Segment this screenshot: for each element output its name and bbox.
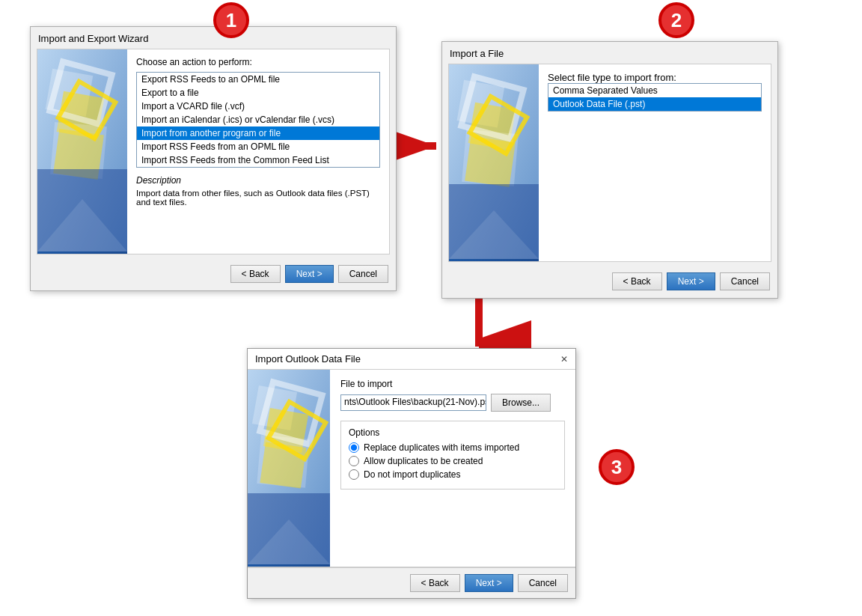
dialog1-description-label: Description (136, 175, 380, 186)
action-item-4[interactable]: Import from another program or file (137, 126, 379, 140)
radio-replace-label: Replace duplicates with items imported (364, 442, 519, 453)
dialog2-back-button[interactable]: < Back (612, 272, 662, 290)
dialog1-next-button[interactable]: Next > (285, 265, 334, 283)
dialog3-titlebar: Import Outlook Data File ✕ (248, 349, 575, 370)
dialog3-title: Import Outlook Data File (255, 353, 361, 365)
radio-replace[interactable] (349, 442, 359, 453)
close-icon[interactable]: ✕ (560, 354, 568, 365)
svg-rect-19 (252, 385, 297, 430)
dialog2-logo (449, 64, 539, 261)
dialog2-footer: < Back Next > Cancel (442, 268, 777, 298)
dialog3-footer: < Back Next > Cancel (248, 567, 575, 598)
dialog1-cancel-button[interactable]: Cancel (338, 265, 388, 283)
filetype-item-1[interactable]: Outlook Data File (.pst) (548, 97, 761, 111)
dialog1-content: Choose an action to perform: Export RSS … (127, 49, 389, 254)
dialog-import-outlook-data: Import Outlook Data File ✕ (247, 348, 576, 599)
dialog3-option-0[interactable]: Replace duplicates with items imported (349, 442, 557, 453)
dialog1-description: Description Import data from other files… (136, 175, 380, 207)
dialog1-footer: < Back Next > Cancel (31, 260, 396, 290)
dialog3-option-1[interactable]: Allow duplicates to be created (349, 456, 557, 466)
dialog1-description-text: Import data from other files, such as Ou… (136, 189, 380, 207)
action-item-5[interactable]: Import RSS Feeds from an OPML file (137, 140, 379, 153)
action-item-3[interactable]: Import an iCalendar (.ics) or vCalendar … (137, 113, 379, 126)
dialog3-browse-button[interactable]: Browse... (491, 394, 551, 412)
dialog3-next-button[interactable]: Next > (465, 574, 513, 592)
dialog3-logo (248, 370, 330, 567)
dialog2-content: Select file type to import from: Comma S… (539, 64, 771, 261)
dialog1-title: Import and Export Wizard (31, 27, 396, 49)
dialog1-choose-label: Choose an action to perform: (136, 57, 380, 67)
dialog2-select-label: Select file type to import from: (548, 72, 762, 83)
action-item-0[interactable]: Export RSS Feeds to an OPML file (137, 73, 379, 86)
radio-donot-label: Do not import duplicates (364, 469, 460, 480)
dialog3-cancel-button[interactable]: Cancel (518, 574, 568, 592)
radio-allow-label: Allow duplicates to be created (364, 456, 483, 466)
dialog2-cancel-button[interactable]: Cancel (720, 272, 770, 290)
dialog3-content: File to import nts\Outlook Files\backup(… (330, 370, 575, 567)
action-item-6[interactable]: Import RSS Feeds from the Common Feed Li… (137, 153, 379, 167)
step2-circle: 2 (658, 2, 694, 38)
dialog-import-file: Import a File Select file ty (441, 41, 778, 299)
dialog3-file-row: nts\Outlook Files\backup(21-Nov).pst Bro… (340, 394, 565, 412)
svg-rect-5 (46, 69, 94, 117)
outlook-icon-1 (37, 49, 127, 251)
dialog2-body: Select file type to import from: Comma S… (448, 64, 771, 262)
dialog3-options-group: Options Replace duplicates with items im… (340, 421, 565, 490)
outlook-icon-2 (449, 64, 539, 259)
dialog3-file-path[interactable]: nts\Outlook Files\backup(21-Nov).pst (340, 394, 486, 411)
step3-circle: 3 (599, 449, 635, 485)
dialog-import-export-wizard: Import and Export Wizard (30, 26, 397, 291)
action-item-1[interactable]: Export to a file (137, 86, 379, 100)
dialog3-file-label: File to import (340, 379, 565, 389)
svg-rect-15 (465, 136, 516, 187)
step1-circle: 1 (213, 2, 249, 38)
dialog3-body: File to import nts\Outlook Files\backup(… (248, 370, 575, 567)
dialog3-options-label: Options (349, 427, 557, 438)
action-item-2[interactable]: Import a VCARD file (.vcf) (137, 100, 379, 113)
dialog2-title: Import a File (442, 42, 777, 64)
dialog1-action-list[interactable]: Export RSS Feeds to an OPML file Export … (136, 72, 380, 168)
dialog1-logo (37, 49, 127, 254)
svg-rect-22 (260, 442, 306, 489)
dialog2-filetype-list[interactable]: Comma Separated Values Outlook Data File… (548, 83, 762, 112)
outlook-icon-3 (248, 370, 330, 564)
dialog1-body: Choose an action to perform: Export RSS … (37, 49, 390, 254)
radio-donot[interactable] (349, 469, 359, 480)
dialog1-back-button[interactable]: < Back (230, 265, 281, 283)
dialog2-next-button[interactable]: Next > (667, 272, 715, 290)
radio-allow[interactable] (349, 456, 359, 466)
filetype-item-0[interactable]: Comma Separated Values (548, 84, 761, 97)
dialog3-back-button[interactable]: < Back (410, 574, 460, 592)
svg-rect-12 (457, 80, 505, 128)
dialog3-option-2[interactable]: Do not import duplicates (349, 469, 557, 480)
